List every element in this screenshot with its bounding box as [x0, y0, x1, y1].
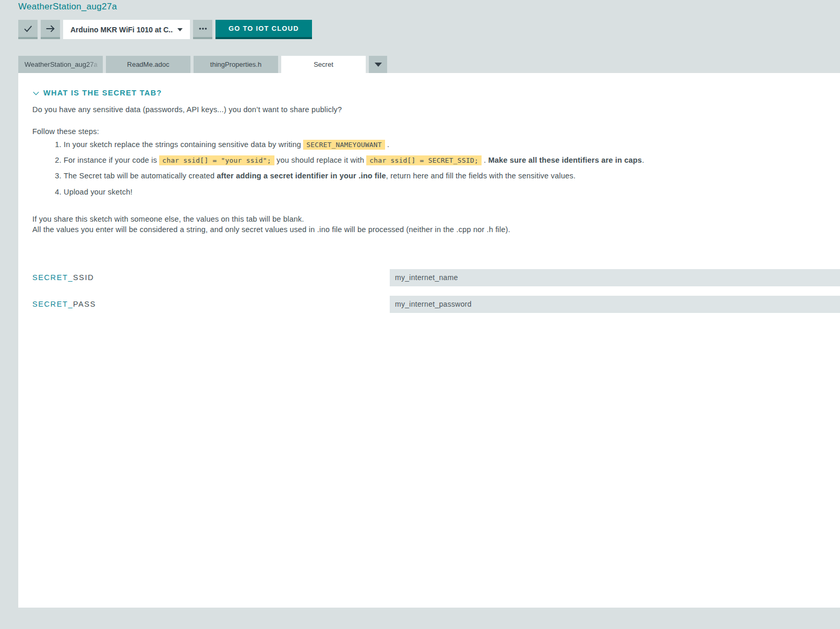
step-item: In your sketch replace the strings conta… — [64, 139, 840, 151]
tab-thingproperties-h[interactable]: thingProperties.h — [194, 56, 278, 73]
board-selector[interactable]: Arduino MKR WiFi 1010 at C... — [63, 20, 190, 39]
secret-pass-input[interactable] — [390, 296, 840, 313]
tab-bar: WeatherStation_aug27a ReadMe.adoc thingP… — [18, 56, 387, 73]
inline-code: SECRET_NAMEYOUWANT — [303, 140, 385, 150]
board-selector-value: Arduino MKR WiFi 1010 at C... — [70, 26, 173, 34]
chevron-down-icon — [32, 90, 40, 96]
triangle-down-icon — [375, 63, 382, 67]
chevron-down-icon — [177, 28, 183, 31]
step-text: , return here and fill the fields with t… — [386, 172, 575, 180]
section-title: WHAT IS THE SECRET TAB? — [43, 89, 162, 97]
step-text: The Secret tab will be automatically cre… — [64, 172, 217, 180]
tab-label: Secret — [314, 61, 333, 68]
step-item: Upload your sketch! — [64, 186, 840, 198]
go-to-iot-cloud-button[interactable]: GO TO IOT CLOUD — [215, 20, 312, 39]
step-text: In your sketch replace the strings conta… — [64, 140, 303, 149]
checkmark-icon — [22, 23, 34, 34]
tab-label: ReadMe.adoc — [127, 61, 170, 68]
secret-ssid-row: SECRET_SSID — [32, 269, 840, 286]
label-prefix: SECRET_ — [32, 273, 73, 282]
tab-label: WeatherStation_aug27a — [18, 61, 103, 68]
secret-pass-row: SECRET_PASS — [32, 296, 840, 313]
verify-button[interactable] — [18, 20, 38, 39]
tab-readme-adoc[interactable]: ReadMe.adoc — [106, 56, 190, 73]
tab-weatherstation-ino[interactable]: WeatherStation_aug27a — [18, 56, 103, 73]
step-text: . — [385, 140, 389, 149]
tab-label: thingProperties.h — [210, 61, 261, 68]
intro-paragraph: Do you have any sensitive data (password… — [32, 105, 840, 114]
toolbar: Arduino MKR WiFi 1010 at C... GO TO IOT … — [18, 20, 312, 39]
step-text-bold: after adding a secret identifier in your… — [217, 172, 386, 180]
section-header-what-is-secret-tab[interactable]: WHAT IS THE SECRET TAB? — [32, 89, 840, 97]
secret-form: SECRET_SSID SECRET_PASS — [32, 269, 840, 313]
notes-paragraph: If you share this sketch with someone el… — [32, 214, 840, 235]
secret-ssid-input[interactable] — [390, 269, 840, 286]
step-text: . — [482, 156, 488, 164]
secret-tab-panel: WHAT IS THE SECRET TAB? Do you have any … — [18, 73, 840, 608]
note-line-2: All the values you enter will be conside… — [32, 225, 510, 234]
step-text: Upload your sketch! — [64, 188, 133, 196]
step-item: For instance if your code is char ssid[]… — [64, 154, 840, 166]
note-line-1: If you share this sketch with someone el… — [32, 215, 304, 223]
ellipsis-icon — [197, 23, 209, 34]
inline-code: char ssid[] = SECRET_SSID; — [366, 155, 482, 165]
secret-pass-label: SECRET_PASS — [32, 300, 390, 308]
arrow-right-icon — [45, 23, 56, 34]
tab-secret[interactable]: Secret — [281, 56, 366, 73]
step-text: you should replace it with — [274, 156, 366, 164]
page-title: WeatherStation_aug27a — [18, 2, 117, 12]
more-options-button[interactable] — [193, 20, 212, 39]
step-text-bold: Make sure all these identifiers are in c… — [488, 156, 642, 164]
secret-ssid-label: SECRET_SSID — [32, 273, 390, 282]
secret-steps: In your sketch replace the strings conta… — [32, 139, 840, 198]
inline-code: char ssid[] = "your ssid"; — [159, 155, 274, 165]
step-text: For instance if your code is — [64, 156, 159, 164]
steps-label: Follow these steps: — [32, 127, 840, 136]
label-prefix: SECRET_ — [32, 300, 73, 308]
step-item: The Secret tab will be automatically cre… — [64, 170, 840, 182]
upload-button[interactable] — [41, 20, 60, 39]
label-suffix: PASS — [73, 300, 96, 308]
step-text: . — [642, 156, 644, 164]
tab-overflow-button[interactable] — [369, 56, 387, 73]
label-suffix: SSID — [73, 273, 94, 282]
